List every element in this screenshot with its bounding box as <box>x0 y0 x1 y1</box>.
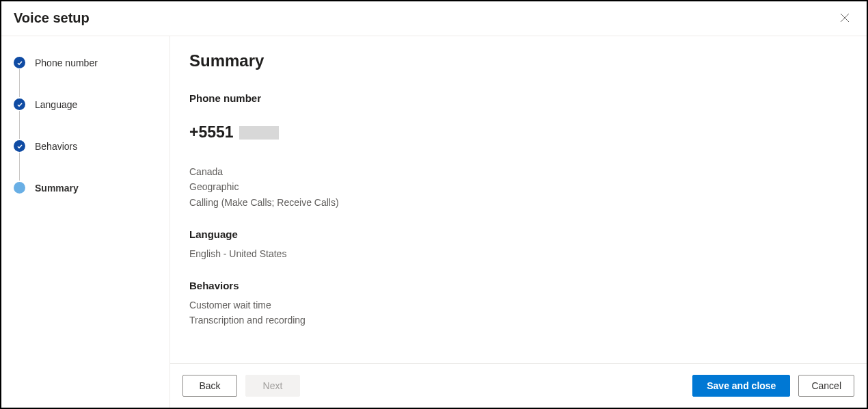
behavior-item: Transcription and recording <box>189 313 847 327</box>
checkmark-icon <box>14 98 25 110</box>
wizard-steps-sidebar: Phone number Language Behaviors Summa <box>1 36 170 408</box>
dialog-header: Voice setup <box>1 1 867 36</box>
close-icon <box>839 12 850 23</box>
step-label: Summary <box>35 183 79 194</box>
close-button[interactable] <box>837 10 853 26</box>
back-button[interactable]: Back <box>182 375 237 397</box>
phone-number-row: +5551 <box>189 123 847 142</box>
dialog-footer: Back Next Save and close Cancel <box>170 363 867 408</box>
language-value: English - United States <box>189 247 847 261</box>
phone-capabilities: Calling (Make Calls; Receive Calls) <box>189 196 847 209</box>
step-behaviors[interactable]: Behaviors <box>14 140 157 182</box>
next-button: Next <box>245 375 300 397</box>
phone-number-section: Phone number +5551 Canada Geographic Cal… <box>189 92 847 209</box>
step-label: Behaviors <box>35 141 77 152</box>
step-label: Language <box>35 99 77 110</box>
dialog-title: Voice setup <box>14 10 90 26</box>
phone-country: Canada <box>189 165 847 179</box>
footer-left: Back Next <box>182 375 300 397</box>
checkmark-icon <box>14 140 25 152</box>
behavior-item: Customer wait time <box>189 298 847 312</box>
language-heading: Language <box>189 228 847 240</box>
checkmark-icon <box>14 57 25 68</box>
language-section: Language English - United States <box>189 228 847 261</box>
phone-number-redacted <box>239 126 279 140</box>
phone-type: Geographic <box>189 180 847 194</box>
phone-number-heading: Phone number <box>189 92 847 104</box>
footer-right: Save and close Cancel <box>692 375 854 397</box>
behaviors-heading: Behaviors <box>189 280 847 291</box>
step-label: Phone number <box>35 57 98 68</box>
step-language[interactable]: Language <box>14 98 157 140</box>
cancel-button[interactable]: Cancel <box>798 375 854 397</box>
voice-setup-dialog: Voice setup Phone number Language <box>0 0 868 409</box>
save-and-close-button[interactable]: Save and close <box>692 375 790 397</box>
dialog-body: Phone number Language Behaviors Summa <box>1 36 867 408</box>
page-title: Summary <box>189 51 847 70</box>
main-panel: Summary Phone number +5551 Canada Geogra… <box>170 36 867 408</box>
behaviors-section: Behaviors Customer wait time Transcripti… <box>189 280 847 328</box>
step-summary[interactable]: Summary <box>14 182 157 194</box>
current-step-icon <box>14 182 25 194</box>
phone-number-value: +5551 <box>189 123 234 142</box>
summary-content: Summary Phone number +5551 Canada Geogra… <box>170 36 867 363</box>
step-phone-number[interactable]: Phone number <box>14 57 157 98</box>
